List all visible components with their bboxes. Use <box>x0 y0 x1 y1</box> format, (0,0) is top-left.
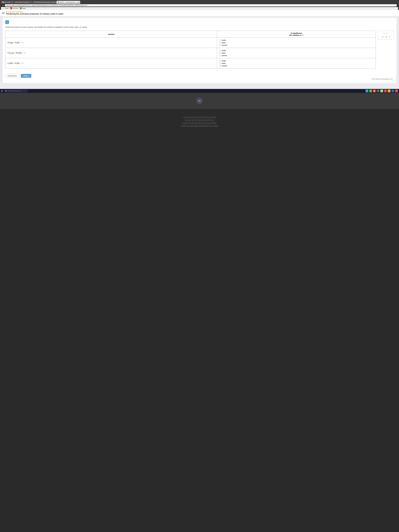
key-b[interactable] <box>201 122 204 125</box>
key-fn[interactable] <box>187 125 190 127</box>
bookmarks-bar: M Gmail ▶ YouTube 📍 Maps <box>1 7 398 10</box>
windows-start-button[interactable]: ⊞ <box>1 90 3 92</box>
key-v[interactable] <box>198 122 201 125</box>
tab-gs-unf[interactable]: g gs - UNF ✕ <box>1 1 14 4</box>
bookmark-gmail[interactable]: M Gmail <box>2 7 9 9</box>
key-p[interactable] <box>213 116 216 119</box>
hamburger-line-2 <box>2 13 5 13</box>
label-li2o-acidic: acidic <box>222 60 226 62</box>
taskbar-mail-icon[interactable]: ✉ <box>377 89 380 92</box>
aleks-body: ∨ Predict the products of each reaction,… <box>3 18 396 83</box>
key-g[interactable] <box>198 119 201 122</box>
taskbar-edge-icon[interactable]: e <box>366 89 368 92</box>
key-ctrl-left[interactable] <box>181 125 186 127</box>
bookmark-youtube[interactable]: ▶ YouTube <box>10 7 18 9</box>
label-co2-basic: basic <box>222 42 226 44</box>
key-ctrl-right[interactable] <box>213 125 218 127</box>
tab-bar: g gs - UNF ✕ A ALEKs Chemistry ✕ M McGra… <box>1 1 398 4</box>
radio-co2-basic[interactable] <box>219 42 221 44</box>
option-li2o-acidic[interactable]: acidic <box>219 59 374 62</box>
radio-li2o-basic[interactable] <box>219 62 221 64</box>
page-content: ADVANCED MATERIAL Predicting the acid-ba… <box>0 10 399 89</box>
key-shift-left[interactable] <box>183 122 188 125</box>
radio-co2-neutral[interactable] <box>219 44 221 46</box>
key-z[interactable] <box>188 122 191 125</box>
hamburger-menu[interactable] <box>2 12 5 14</box>
taskbar-chrome-icon[interactable]: ● <box>369 89 372 92</box>
key-l[interactable] <box>211 119 214 122</box>
key-f[interactable] <box>195 119 198 122</box>
radio-li2o-neutral[interactable] <box>219 65 221 67</box>
key-w[interactable] <box>187 116 190 119</box>
gmail-icon: M <box>2 7 4 9</box>
clear-button[interactable]: ✕ <box>382 36 383 38</box>
tab-close-gs[interactable]: ✕ <box>11 2 13 3</box>
taskbar-app2-icon[interactable]: S <box>384 89 387 92</box>
tab-mcgraw[interactable]: M McGraw-Hill Education Campus ✕ <box>32 1 56 4</box>
key-x[interactable] <box>191 122 194 125</box>
key-q[interactable] <box>183 116 186 119</box>
check-button[interactable]: Check <box>21 74 31 78</box>
bookmark-maps[interactable]: 📍 Maps <box>20 7 26 9</box>
key-d[interactable] <box>191 119 194 122</box>
key-j[interactable] <box>205 119 208 122</box>
taskbar-word-icon[interactable]: W <box>391 89 394 92</box>
radio-li2o-acidic[interactable] <box>219 60 221 62</box>
tab-close-aleks[interactable]: ✕ <box>30 2 31 3</box>
reaction-co2: CO2(g) + H2O(l) → □ <box>5 38 217 48</box>
key-h[interactable] <box>201 119 204 122</box>
option-li2o-basic[interactable]: basic <box>219 62 374 64</box>
laptop-bottom: hp <box>0 93 399 109</box>
small-box-icon[interactable]: □ <box>384 32 385 34</box>
taskbar-icons: e ● 📁 ✉ ❋ S △ W P <box>366 89 398 92</box>
key-r[interactable] <box>193 116 196 119</box>
radio-co2-acidic[interactable] <box>219 39 221 41</box>
tab-aleks-learn[interactable]: A ALEKS - Lindsay Brooks - Learn ✕ <box>57 1 80 4</box>
option-p4o10-neutral[interactable]: neutral <box>219 54 374 57</box>
option-li2o-neutral[interactable]: neutral <box>219 64 374 67</box>
key-s[interactable] <box>188 119 191 122</box>
bottom-buttons: Explanation Check <box>5 74 394 78</box>
key-row-2 <box>185 119 214 122</box>
key-shift-right[interactable] <box>211 122 216 125</box>
key-u[interactable] <box>203 116 206 119</box>
radio-p4o10-basic[interactable] <box>219 52 221 54</box>
taskbar-file-icon[interactable]: 📁 <box>373 89 376 92</box>
key-space[interactable] <box>193 125 209 127</box>
reaction-li2o: Li2O(s) + H2O(l) → □ <box>5 58 217 69</box>
key-i[interactable] <box>206 116 209 119</box>
option-co2-basic[interactable]: basic <box>219 41 374 44</box>
option-p4o10-acidic[interactable]: acidic <box>219 49 374 52</box>
taskbar-ppt-icon[interactable]: P <box>395 89 398 92</box>
tab-label-mcgraw: McGraw-Hill Education Campus <box>36 1 56 3</box>
dotted-box-icon[interactable]: ⬚ <box>386 32 388 34</box>
key-a[interactable] <box>185 119 188 122</box>
reaction-p4o10: P4O10(s) + 6H2O(l) → □ <box>5 48 217 58</box>
taskbar-search-input[interactable] <box>8 90 26 92</box>
option-co2-neutral[interactable]: neutral <box>219 44 374 46</box>
key-k[interactable] <box>208 119 211 122</box>
radio-p4o10-acidic[interactable] <box>219 50 221 51</box>
collapse-button[interactable]: ∨ <box>5 20 9 24</box>
help-button[interactable]: ? <box>389 36 390 38</box>
taskbar-app3-icon[interactable]: △ <box>388 89 391 92</box>
url-box[interactable]: www-awn.aleks.com/alekscgi/x/lsl.exe/1o_… <box>5 4 397 6</box>
key-e[interactable] <box>190 116 193 119</box>
table-row: CO2(g) + H2O(l) → □ acidic <box>5 38 376 48</box>
key-c[interactable] <box>195 122 198 125</box>
undo-button[interactable]: ↺ <box>385 36 387 38</box>
maps-icon: 📍 <box>20 7 22 9</box>
key-o[interactable] <box>210 116 213 119</box>
tab-aleks-chem[interactable]: A ALEKs Chemistry ✕ <box>14 1 32 4</box>
key-m[interactable] <box>208 122 211 125</box>
option-p4o10-basic[interactable]: basic <box>219 52 374 54</box>
key-alt-left[interactable] <box>190 125 193 127</box>
taskbar-app1-icon[interactable]: ❋ <box>380 89 383 92</box>
key-n[interactable] <box>205 122 208 125</box>
option-co2-acidic[interactable]: acidic <box>219 39 374 41</box>
radio-p4o10-neutral[interactable] <box>219 55 221 56</box>
explanation-button[interactable]: Explanation <box>5 74 19 78</box>
key-t[interactable] <box>196 116 199 119</box>
key-alt-right[interactable] <box>209 125 212 127</box>
key-y[interactable] <box>200 116 203 119</box>
